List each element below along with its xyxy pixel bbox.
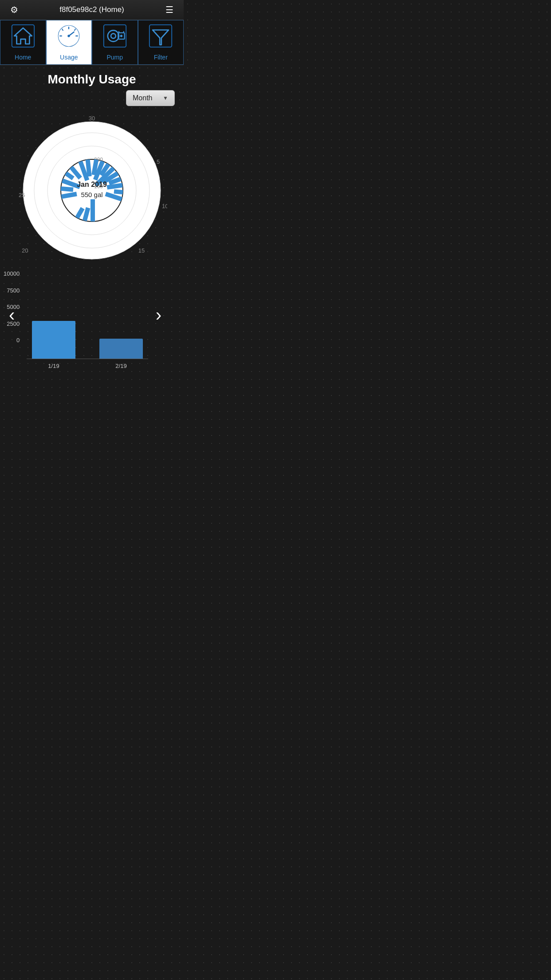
home-icon	[11, 24, 35, 52]
tab-usage-label: Usage	[60, 54, 78, 61]
tab-filter-label: Filter	[154, 54, 168, 61]
svg-text:20: 20	[22, 247, 28, 254]
y-label-10000: 10000	[4, 270, 20, 277]
svg-text:550 gal: 550 gal	[81, 191, 102, 198]
svg-point-16	[120, 35, 122, 37]
month-selector[interactable]: Month ▼	[126, 90, 175, 106]
polar-chart-wrapper: 300 200 100	[16, 115, 167, 266]
header-title: f8f05e98c2 (Home)	[21, 5, 162, 14]
svg-text:30: 30	[89, 115, 95, 122]
gauge-icon	[57, 24, 81, 52]
settings-icon[interactable]: ⚙	[7, 4, 21, 15]
menu-icon[interactable]: ☰	[162, 4, 177, 15]
tab-pump-label: Pump	[106, 54, 123, 61]
pump-icon	[103, 24, 127, 52]
filter-icon	[149, 24, 173, 52]
tab-usage[interactable]: Usage	[46, 20, 92, 65]
polar-chart-container: 300 200 100	[0, 111, 184, 275]
dropdown-arrow-icon: ▼	[163, 95, 168, 101]
bar-feb	[99, 339, 143, 359]
bar-jan	[32, 321, 75, 359]
svg-rect-35	[114, 189, 123, 194]
svg-rect-17	[150, 25, 172, 47]
next-arrow[interactable]: ›	[156, 306, 161, 324]
svg-point-9	[68, 35, 70, 37]
bar-label-feb: 2/19	[94, 362, 148, 370]
tab-home-label: Home	[15, 54, 31, 61]
tab-filter[interactable]: Filter	[138, 20, 184, 65]
svg-text:25: 25	[19, 192, 25, 198]
y-label-7500: 7500	[7, 287, 20, 294]
svg-text:5: 5	[157, 158, 160, 165]
svg-text:Jan 2019: Jan 2019	[77, 181, 107, 188]
svg-text:10: 10	[162, 203, 167, 209]
bar-labels-row: 1/19 2/19	[0, 362, 170, 370]
svg-text:15: 15	[138, 247, 145, 254]
polar-chart-svg: 300 200 100	[16, 115, 167, 266]
bar-label-jan: 1/19	[27, 362, 81, 370]
y-label-0: 0	[16, 337, 20, 344]
month-selector-label: Month	[133, 94, 152, 102]
svg-rect-37	[91, 199, 95, 221]
tab-pump[interactable]: Pump	[92, 20, 138, 65]
header: ⚙ f8f05e98c2 (Home) ☰	[0, 0, 184, 20]
bar-group-jan	[27, 286, 81, 359]
prev-arrow[interactable]: ‹	[9, 306, 15, 324]
nav-tabs: Home Usage	[0, 20, 184, 65]
page-title: Monthly Usage	[0, 65, 184, 90]
month-selector-row: Month ▼	[0, 90, 184, 111]
bar-chart-area: 10000 7500 5000 2500 0 ‹ ›	[0, 270, 184, 379]
bar-group-feb	[94, 286, 148, 359]
bar-chart-inner: ‹ ›	[27, 286, 148, 359]
tab-home[interactable]: Home	[0, 20, 46, 65]
svg-rect-10	[104, 25, 126, 47]
